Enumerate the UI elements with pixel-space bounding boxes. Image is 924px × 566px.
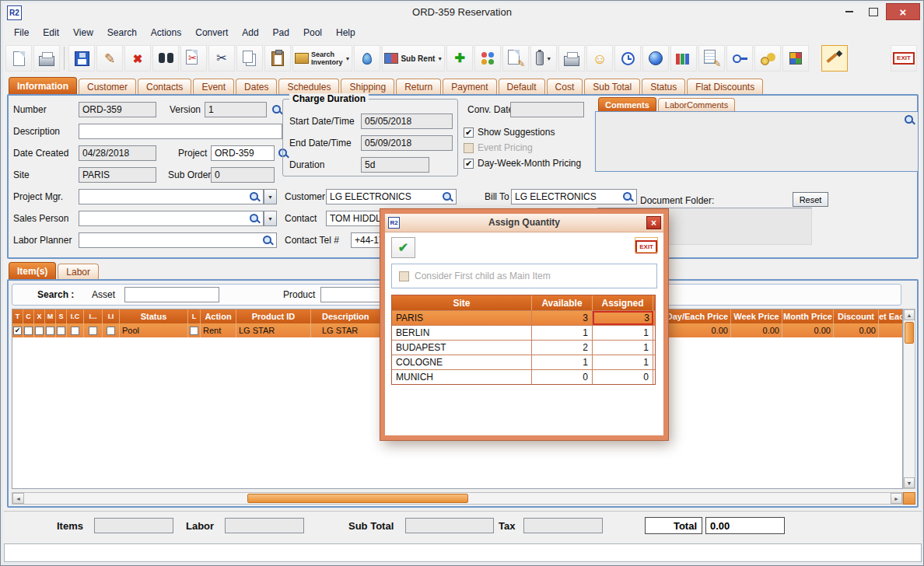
horizontal-scrollbar[interactable]: ◄ ► (12, 492, 903, 505)
description-field[interactable] (79, 124, 282, 139)
col-header-ic[interactable]: I.C (67, 309, 84, 323)
project-mgr-field[interactable] (79, 189, 264, 204)
find-button[interactable] (152, 45, 179, 72)
start-date-field[interactable]: 05/05/2018 (361, 114, 453, 129)
project-field[interactable]: ORD-359 (211, 145, 275, 161)
assigned-cell[interactable]: 0 (593, 370, 653, 384)
save-button[interactable] (68, 45, 95, 72)
assign-row-budapest[interactable]: BUDAPEST 2 1 (392, 340, 655, 355)
tab-event[interactable]: Event (193, 79, 234, 94)
row-checkbox[interactable] (35, 327, 44, 335)
paste-button[interactable] (264, 45, 291, 72)
sales-person-dropdown[interactable]: ▼ (264, 211, 277, 226)
labor-planner-search-icon[interactable] (262, 235, 273, 246)
tab-labor-comments[interactable]: LaborComments (658, 98, 735, 111)
horizontal-scroll-thumb[interactable] (247, 494, 468, 503)
row-checkbox[interactable] (190, 327, 198, 335)
cut-page-button[interactable]: ✂ (180, 45, 207, 72)
col-header-t[interactable]: T (12, 309, 23, 323)
time-button[interactable] (614, 45, 641, 72)
asset-input[interactable] (124, 287, 219, 302)
maximize-button[interactable] (862, 3, 885, 20)
col-header-c[interactable]: C (23, 309, 34, 323)
day-week-month-checkbox[interactable]: ✔ Day-Week-Month Pricing (464, 158, 581, 169)
labor-planner-field[interactable] (79, 232, 277, 248)
sub-rent-button[interactable]: Sub Rent ▼ (382, 45, 445, 72)
menu-convert[interactable]: Convert (188, 25, 235, 40)
note-button[interactable]: ✎ (502, 45, 529, 72)
tab-items[interactable]: Item(s) (9, 262, 56, 279)
customer-field[interactable]: LG ELECTRONICS (326, 189, 457, 204)
tab-dates[interactable]: Dates (236, 79, 277, 94)
menu-search[interactable]: Search (100, 25, 144, 40)
date-created-field[interactable]: 04/28/2018 (79, 145, 156, 161)
menu-edit[interactable]: Edit (36, 25, 66, 40)
edit-button[interactable]: ✎ (96, 45, 123, 72)
menu-file[interactable]: File (7, 25, 36, 40)
col-header-x[interactable]: X (34, 309, 45, 323)
battery-button[interactable]: ▼ (530, 45, 557, 72)
version-search-icon[interactable] (271, 104, 282, 115)
duration-field[interactable]: 5d (361, 157, 429, 173)
assign-row-munich[interactable]: MUNICH 0 0 (392, 369, 655, 384)
col-header-week-price[interactable]: Week Price (731, 309, 782, 323)
vertical-scrollbar[interactable]: ▲ ▼ (903, 309, 915, 489)
menu-add[interactable]: Add (235, 25, 265, 40)
tab-information[interactable]: Information (9, 77, 77, 94)
menu-help[interactable]: Help (329, 25, 362, 40)
money-button[interactable] (754, 45, 781, 72)
menu-pad[interactable]: Pad (266, 25, 296, 40)
assign-row-berlin[interactable]: BERLIN 1 1 (392, 325, 655, 340)
group-button[interactable] (474, 45, 501, 72)
assign-row-paris[interactable]: PARIS 3 3 (392, 310, 655, 325)
col-header-net-each[interactable]: Net Each (879, 309, 903, 323)
col-header-available[interactable]: Available (532, 295, 593, 310)
project-mgr-search-icon[interactable] (249, 191, 260, 202)
row-checkbox[interactable] (107, 327, 115, 335)
col-header-assigned[interactable]: Assigned (593, 295, 653, 310)
tab-sub-total[interactable]: Sub Total (584, 79, 640, 94)
tab-comments[interactable]: Comments (598, 97, 656, 111)
col-header-product-id[interactable]: Product ID (236, 309, 311, 323)
vertical-scroll-thumb[interactable] (905, 322, 914, 344)
row-checkbox[interactable] (57, 327, 65, 335)
tab-customer[interactable]: Customer (79, 79, 136, 94)
sub-orders-field[interactable]: 0 (211, 167, 275, 183)
minimize-button[interactable] (838, 3, 861, 20)
row-checkbox-checked[interactable]: ✔ (13, 327, 22, 335)
add-button[interactable]: ✚ (446, 45, 473, 72)
menu-view[interactable]: View (66, 25, 100, 40)
tab-shipping[interactable]: Shipping (341, 79, 394, 94)
scroll-down-button[interactable]: ▼ (904, 477, 915, 488)
books-button[interactable] (670, 45, 697, 72)
show-suggestions-checkbox[interactable]: ✔ Show Suggestions (464, 127, 555, 138)
version-field[interactable]: 1 (205, 102, 267, 117)
col-header-ii[interactable]: I.I (103, 309, 120, 323)
bill-to-field[interactable]: LG ELECTRONICS (511, 189, 637, 204)
col-header-status[interactable]: Status (120, 309, 188, 323)
col-header-month-price[interactable]: Month Price (782, 309, 834, 323)
tab-flat-discounts[interactable]: Flat Discounts (687, 79, 763, 94)
tab-cost[interactable]: Cost (547, 79, 583, 94)
menu-actions[interactable]: Actions (144, 25, 188, 40)
row-checkbox[interactable] (89, 327, 97, 335)
sales-person-search-icon[interactable] (249, 213, 260, 224)
number-field[interactable]: ORD-359 (79, 102, 156, 117)
col-header-m[interactable]: M (45, 309, 56, 323)
site-field[interactable]: PARIS (79, 167, 156, 183)
report-print-button[interactable] (558, 45, 585, 72)
project-mgr-dropdown[interactable]: ▼ (264, 189, 277, 204)
bill-to-search-icon[interactable] (622, 191, 633, 202)
comments-textarea[interactable] (595, 111, 919, 172)
col-header-i[interactable]: I... (84, 309, 103, 323)
tab-schedules[interactable]: Schedules (278, 79, 339, 94)
assigned-cell-editing[interactable]: 3 (593, 311, 653, 325)
tab-status[interactable]: Status (642, 79, 685, 94)
dialog-exit-button[interactable]: EXIT (635, 238, 657, 252)
dialog-close-button[interactable]: × (646, 216, 661, 229)
tab-return[interactable]: Return (396, 79, 441, 94)
assigned-cell[interactable]: 1 (593, 355, 653, 369)
close-button[interactable]: × (886, 3, 920, 20)
conv-date-field[interactable] (510, 102, 584, 117)
end-date-field[interactable]: 05/09/2018 (361, 135, 453, 151)
